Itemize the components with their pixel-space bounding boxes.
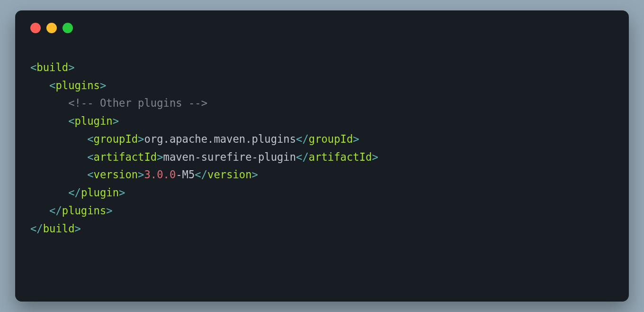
indent — [30, 186, 68, 199]
angle-bracket: </ — [296, 133, 309, 145]
indent — [30, 115, 68, 127]
angle-bracket: > — [75, 222, 81, 235]
angle-bracket: > — [252, 168, 258, 181]
angle-bracket: </ — [195, 168, 207, 181]
close-dot-icon[interactable] — [30, 23, 41, 33]
code-block: <build> <plugins> <!-- Other plugins -->… — [30, 59, 614, 238]
angle-bracket: < — [87, 151, 93, 163]
angle-bracket: < — [30, 61, 36, 73]
angle-bracket: > — [68, 61, 74, 73]
tag-version-open: version — [94, 168, 138, 181]
angle-bracket: </ — [49, 204, 62, 217]
angle-bracket: > — [106, 204, 112, 217]
tag-artifactid-open: artifactId — [94, 151, 157, 163]
angle-bracket: < — [87, 133, 93, 145]
angle-bracket: </ — [30, 222, 43, 235]
indent — [30, 168, 87, 181]
angle-bracket: > — [157, 151, 163, 163]
indent — [30, 133, 87, 145]
tag-plugin-open: plugin — [75, 115, 113, 127]
version-suffix: -M5 — [176, 168, 195, 181]
tag-groupid-close: groupId — [309, 133, 353, 145]
tag-groupid-open: groupId — [94, 133, 138, 145]
angle-bracket: > — [119, 186, 125, 199]
tag-plugins-close: plugins — [62, 204, 107, 217]
angle-bracket: > — [138, 133, 144, 145]
angle-bracket: > — [353, 133, 359, 145]
tag-plugins-open: plugins — [55, 79, 100, 92]
groupid-text: org.apache.maven.plugins — [144, 133, 296, 145]
angle-bracket: < — [49, 79, 55, 92]
angle-bracket: > — [100, 79, 106, 92]
code-window: <build> <plugins> <!-- Other plugins -->… — [15, 10, 629, 302]
tag-build-close: build — [43, 222, 75, 235]
angle-bracket: </ — [296, 151, 309, 163]
tag-artifactid-close: artifactId — [309, 151, 372, 163]
indent — [30, 151, 87, 163]
minimize-dot-icon[interactable] — [46, 23, 57, 33]
angle-bracket: > — [372, 151, 378, 163]
angle-bracket: > — [113, 115, 119, 127]
indent — [30, 204, 49, 217]
angle-bracket: </ — [68, 186, 81, 199]
indent — [30, 97, 68, 109]
angle-bracket: > — [138, 168, 144, 181]
angle-bracket: < — [87, 168, 93, 181]
tag-build-open: build — [36, 61, 68, 73]
artifactid-text: maven-surefire-plugin — [163, 151, 296, 163]
zoom-dot-icon[interactable] — [63, 23, 73, 33]
version-number: 3.0.0 — [144, 168, 176, 181]
window-traffic-lights — [30, 23, 614, 33]
xml-comment: <!-- Other plugins --> — [68, 97, 207, 109]
tag-version-close: version — [207, 168, 252, 181]
angle-bracket: < — [68, 115, 74, 127]
indent — [30, 79, 49, 92]
tag-plugin-close: plugin — [81, 186, 119, 199]
